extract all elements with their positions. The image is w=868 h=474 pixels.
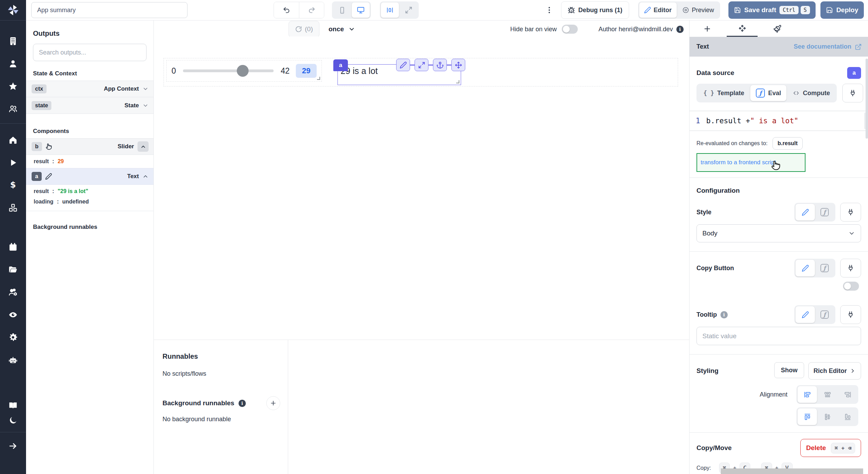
tooltip-static-value-input[interactable]: [696, 327, 861, 345]
workspace-building-icon[interactable]: [8, 36, 18, 46]
component-diamonds-icon: [738, 25, 746, 33]
app-summary-input[interactable]: [31, 2, 187, 18]
tooltip-eval-button[interactable]: ƒ: [815, 306, 834, 323]
settings-gear-icon[interactable]: [8, 333, 18, 342]
add-background-runnable-button[interactable]: [266, 396, 280, 410]
align-center-v-button[interactable]: [818, 408, 837, 425]
tab-component-settings[interactable]: [725, 20, 760, 37]
expand-rail-arrow-icon[interactable]: [8, 441, 18, 451]
tab-insert-component[interactable]: [690, 20, 725, 37]
mobile-view-button[interactable]: [333, 2, 351, 18]
docs-book-icon[interactable]: [8, 401, 18, 410]
align-left-button[interactable]: [798, 386, 817, 403]
plug-icon: [849, 89, 857, 97]
edit-component-button[interactable]: [396, 59, 410, 71]
styling-show-button[interactable]: Show: [774, 362, 804, 378]
tab-editor[interactable]: Editor: [639, 2, 677, 18]
redo-button[interactable]: [299, 2, 324, 18]
save-draft-button[interactable]: Save draft Ctrl S: [728, 1, 816, 19]
info-icon[interactable]: i: [676, 26, 684, 33]
collapse-slider-button[interactable]: [137, 141, 149, 152]
copy-button-toggle[interactable]: [843, 282, 859, 291]
copy-button-static-button[interactable]: [795, 260, 815, 276]
resize-handle[interactable]: [456, 80, 459, 83]
tooltip-connect-button[interactable]: [840, 305, 861, 324]
refresh-button[interactable]: (0): [289, 21, 319, 38]
align-right-button[interactable]: [838, 386, 857, 403]
app-canvas[interactable]: 0 42 29 a 29 is a lot: [154, 36, 689, 340]
align-center-h-button[interactable]: [818, 386, 837, 403]
transform-frontend-script-box[interactable]: transform to a frontend script: [696, 153, 806, 172]
eval-code-editor[interactable]: 1 b.result + " is a lot": [690, 111, 868, 131]
tab-template[interactable]: { }Template: [698, 85, 750, 101]
reeval-dependency-chip[interactable]: b.result: [773, 137, 803, 150]
undo-button[interactable]: [274, 2, 299, 18]
workers-users-cog-icon[interactable]: [8, 288, 18, 297]
ai-robot-icon[interactable]: [8, 355, 18, 365]
style-config-row: Style ƒ: [696, 203, 861, 222]
anchor-component-button[interactable]: [433, 59, 447, 71]
transform-frontend-script-link[interactable]: transform to a frontend script: [701, 159, 776, 166]
move-component-button[interactable]: [451, 59, 465, 71]
tab-eval[interactable]: ƒEval: [750, 85, 786, 101]
run-mode-dropdown[interactable]: once: [328, 25, 355, 33]
resize-handle[interactable]: [317, 77, 320, 80]
delete-component-button[interactable]: Delete ⌘ + ⌫: [800, 439, 861, 457]
expand-component-button[interactable]: [415, 59, 428, 71]
output-row-ctx[interactable]: ctx App Context: [26, 81, 153, 97]
connect-input-button[interactable]: [842, 84, 863, 102]
runs-play-icon[interactable]: [8, 158, 18, 167]
style-connect-button[interactable]: [840, 203, 861, 222]
vertical-scrollbar[interactable]: [866, 59, 868, 139]
preview-disc-icon: [682, 7, 689, 14]
deploy-button[interactable]: Deploy: [820, 1, 864, 19]
tab-preview[interactable]: Preview: [677, 2, 719, 18]
tooltip-static-button[interactable]: [795, 306, 815, 323]
schedules-calendar-icon[interactable]: [8, 242, 18, 252]
style-eval-button[interactable]: ƒ: [815, 204, 834, 221]
copy-button-eval-button[interactable]: ƒ: [815, 260, 834, 276]
slider-knob[interactable]: [237, 65, 249, 77]
more-menu-button[interactable]: [545, 6, 553, 14]
style-select[interactable]: Body: [696, 224, 861, 242]
align-top-button[interactable]: [798, 408, 817, 425]
resources-boxes-icon[interactable]: [8, 203, 18, 213]
search-outputs-input[interactable]: [33, 44, 147, 61]
fullscreen-button[interactable]: [400, 2, 418, 18]
outputs-panel: Outputs State & Context ctx App Context …: [26, 20, 154, 474]
user-icon[interactable]: [8, 59, 18, 68]
see-documentation-link[interactable]: See documentation: [794, 43, 862, 50]
tab-global-styling[interactable]: [760, 20, 795, 37]
compute-label: Compute: [803, 90, 830, 97]
prop-key: loading: [34, 199, 53, 205]
folders-icon[interactable]: [8, 265, 18, 274]
home-icon[interactable]: [8, 135, 18, 145]
variables-dollar-icon[interactable]: $: [8, 181, 18, 190]
hide-bar-toggle[interactable]: [562, 25, 578, 34]
template-label: Template: [717, 90, 744, 97]
slider-track[interactable]: [183, 69, 274, 72]
audit-eye-icon[interactable]: [8, 310, 18, 319]
info-icon[interactable]: i: [720, 311, 728, 318]
slider-component[interactable]: 0 42 29: [166, 60, 322, 82]
horizontal-scrollbar[interactable]: [721, 468, 863, 474]
chevron-up-icon: [142, 173, 149, 180]
dark-mode-moon-icon[interactable]: [8, 416, 18, 425]
style-static-button[interactable]: [795, 204, 815, 221]
component-row-text[interactable]: a Text: [26, 168, 153, 185]
favorites-star-icon[interactable]: [8, 82, 18, 91]
output-row-state[interactable]: state State: [26, 97, 153, 114]
component-row-slider[interactable]: b Slider: [26, 138, 153, 155]
center-align-view-button[interactable]: [381, 2, 399, 18]
info-icon[interactable]: i: [239, 400, 246, 407]
rich-editor-button[interactable]: Rich Editor: [808, 362, 861, 380]
desktop-view-button[interactable]: [352, 2, 370, 18]
debug-runs-button[interactable]: Debug runs (1): [561, 1, 629, 19]
tab-compute[interactable]: Compute: [787, 85, 835, 101]
text-id-badge: a: [32, 172, 42, 181]
reeval-row: Re-evaluated on changes to: b.result: [696, 137, 861, 150]
groups-icon[interactable]: [8, 104, 18, 114]
align-bottom-button[interactable]: [838, 408, 857, 425]
windmill-logo-icon[interactable]: [0, 0, 26, 20]
copy-button-connect-button[interactable]: [840, 259, 861, 277]
